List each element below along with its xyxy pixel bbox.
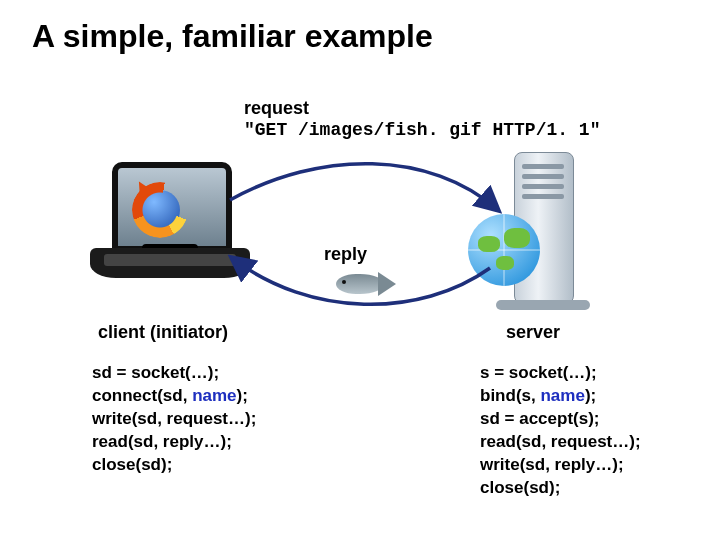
client-code-line: write(sd, request…);	[92, 408, 256, 431]
request-label: request	[244, 98, 309, 119]
server-code: s = socket(…); bind(s, name); sd = accep…	[480, 362, 641, 500]
server-code-line: bind(s, name);	[480, 385, 641, 408]
globe-icon	[468, 214, 540, 286]
firefox-icon	[130, 180, 190, 240]
server-code-line: write(sd, reply…);	[480, 454, 641, 477]
reply-label: reply	[324, 244, 367, 265]
client-code: sd = socket(…); connect(sd, name); write…	[92, 362, 256, 477]
client-code-line: sd = socket(…);	[92, 362, 256, 385]
client-code-line: close(sd);	[92, 454, 256, 477]
server-code-line: sd = accept(s);	[480, 408, 641, 431]
server-code-line: s = socket(…);	[480, 362, 641, 385]
slide-title: A simple, familiar example	[32, 18, 433, 55]
client-code-line: connect(sd, name);	[92, 385, 256, 408]
fish-icon	[322, 270, 400, 300]
slide: A simple, familiar example request "GET …	[0, 0, 720, 540]
server-code-line: close(sd);	[480, 477, 641, 500]
server-label: server	[506, 322, 560, 343]
request-arrow-icon	[230, 164, 498, 210]
client-code-line: read(sd, reply…);	[92, 431, 256, 454]
client-label: client (initiator)	[98, 322, 228, 343]
server-code-line: read(sd, request…);	[480, 431, 641, 454]
request-text: "GET /images/fish. gif HTTP/1. 1"	[244, 120, 600, 140]
